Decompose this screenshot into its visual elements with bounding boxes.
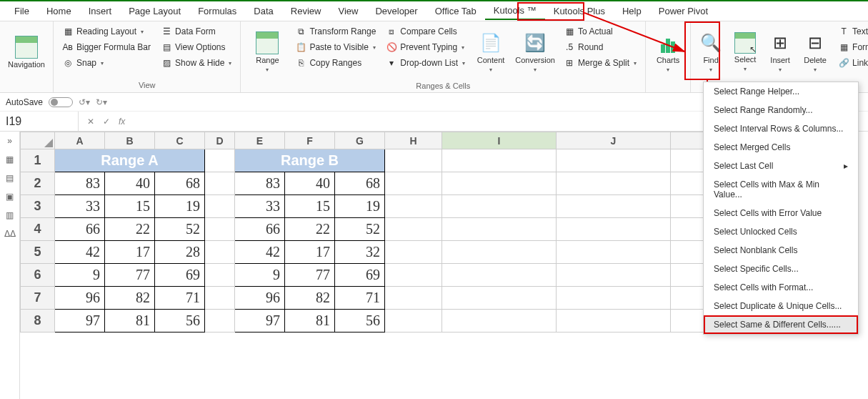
col-header-C[interactable]: C <box>155 132 205 149</box>
cell-J7[interactable] <box>557 287 671 310</box>
tab-power-pivot[interactable]: Power Pivot <box>650 3 717 19</box>
cell-E8[interactable]: 97 <box>235 310 285 332</box>
col-header-F[interactable]: F <box>285 132 335 149</box>
row-header-4[interactable]: 4 <box>21 218 55 241</box>
cell-H7[interactable] <box>385 287 442 310</box>
range-button[interactable]: Range ▾ <box>246 24 288 80</box>
cell-A4[interactable]: 66 <box>55 218 105 241</box>
cell-G3[interactable]: 19 <box>335 195 385 218</box>
cell-H6[interactable] <box>385 264 442 287</box>
menu-item[interactable]: Select Cells with Max & Min Value... <box>704 175 858 204</box>
cell-I1[interactable] <box>442 149 557 172</box>
cell-A6[interactable]: 9 <box>55 264 105 287</box>
undo-button[interactable]: ↺▾ <box>79 97 90 107</box>
dropdown-list-button[interactable]: ▾Drop-down List▾ <box>383 56 468 70</box>
conversion-button[interactable]: 🔄 Conversion ▾ <box>514 24 557 80</box>
cell-H2[interactable] <box>385 172 442 195</box>
row-header-1[interactable]: 1 <box>21 149 55 172</box>
tab-page-layout[interactable]: Page Layout <box>120 3 189 19</box>
tab-help[interactable]: Help <box>614 3 650 19</box>
menu-item[interactable]: Select Unlocked Cells <box>704 222 858 241</box>
cell-A8[interactable]: 97 <box>55 310 105 332</box>
menu-item[interactable]: Select Nonblank Cells <box>704 241 858 260</box>
cell-B4[interactable]: 22 <box>105 218 155 241</box>
cell-G4[interactable]: 52 <box>335 218 385 241</box>
cell-J2[interactable] <box>557 172 671 195</box>
expand-icon[interactable]: » <box>4 136 16 147</box>
snap-button[interactable]: ◎Snap▾ <box>59 56 154 70</box>
cell-F7[interactable]: 82 <box>285 287 335 310</box>
cell-A3[interactable]: 33 <box>55 195 105 218</box>
find-button[interactable]: 🔍 Find ▾ <box>697 24 725 80</box>
show-hide-button[interactable]: ▨Show & Hide▾ <box>158 56 234 70</box>
tab-kutools-[interactable]: Kutools ™ <box>485 2 545 20</box>
col-header-I[interactable]: I <box>442 132 557 149</box>
col-header-H[interactable]: H <box>385 132 442 149</box>
cell-E4[interactable]: 66 <box>235 218 285 241</box>
menu-item[interactable]: Select Range Randomly... <box>704 101 858 119</box>
cell-H8[interactable] <box>385 310 442 332</box>
cell-D1[interactable] <box>205 149 235 172</box>
menu-item[interactable]: Select Same & Different Cells...... <box>704 315 858 334</box>
cell-I7[interactable] <box>442 287 557 310</box>
menu-item[interactable]: Select Specific Cells... <box>704 260 858 278</box>
col-header-B[interactable]: B <box>105 132 155 149</box>
cell-J6[interactable] <box>557 264 671 287</box>
cell-F6[interactable]: 77 <box>285 264 335 287</box>
content-button[interactable]: 📄 Content ▾ <box>472 24 509 80</box>
delete-button[interactable]: ⊟ Delete ▾ <box>799 24 831 80</box>
cell-G7[interactable]: 71 <box>335 287 385 310</box>
col-header-A[interactable]: A <box>55 132 105 149</box>
view-options-button[interactable]: ▤View Options <box>158 40 234 54</box>
cell-E3[interactable]: 33 <box>235 195 285 218</box>
tab-office-tab[interactable]: Office Tab <box>426 3 485 19</box>
cell-F2[interactable]: 40 <box>285 172 335 195</box>
cell-J8[interactable] <box>557 310 671 332</box>
merge-split-button[interactable]: ⊞Merge & Split▾ <box>561 56 639 70</box>
cell-G8[interactable]: 56 <box>335 310 385 332</box>
row-header-3[interactable]: 3 <box>21 195 55 218</box>
cell-F4[interactable]: 22 <box>285 218 335 241</box>
cell-H4[interactable] <box>385 218 442 241</box>
tab-view[interactable]: View <box>329 3 366 19</box>
cell-A5[interactable]: 42 <box>55 241 105 264</box>
row-header-8[interactable]: 8 <box>21 310 55 332</box>
tab-developer[interactable]: Developer <box>366 3 426 19</box>
fx-icon[interactable]: fx <box>119 117 125 127</box>
workbook-icon[interactable]: ▦ <box>4 154 16 166</box>
cell-I4[interactable] <box>442 218 557 241</box>
cell-D7[interactable] <box>205 287 235 310</box>
reading-layout-button[interactable]: ▦Reading Layout▾ <box>59 24 154 39</box>
cell-F8[interactable]: 81 <box>285 310 335 332</box>
cell-C7[interactable]: 71 <box>155 287 205 310</box>
cell-B8[interactable]: 81 <box>105 310 155 332</box>
cell-C4[interactable]: 52 <box>155 218 205 241</box>
autosave-toggle[interactable] <box>49 97 73 107</box>
bigger-formula-button[interactable]: AʙBigger Formula Bar <box>59 40 154 54</box>
spreadsheet-grid[interactable]: ABCDEFGHIJK1Range ARange B28340688340683… <box>20 132 749 332</box>
cell-D4[interactable] <box>205 218 235 241</box>
cell-J5[interactable] <box>557 241 671 264</box>
tab-review[interactable]: Review <box>282 3 330 19</box>
cell-B6[interactable]: 77 <box>105 264 155 287</box>
tab-insert[interactable]: Insert <box>80 3 121 19</box>
navigation-button[interactable]: Navigation <box>6 24 47 80</box>
confirm-formula-icon[interactable]: ✓ <box>103 117 110 127</box>
cell-F5[interactable]: 17 <box>285 241 335 264</box>
name-box[interactable]: I19 <box>0 112 79 132</box>
menu-item[interactable]: Select Range Helper... <box>704 82 858 101</box>
cell-G6[interactable]: 69 <box>335 264 385 287</box>
cell-E5[interactable]: 42 <box>235 241 285 264</box>
transform-range-button[interactable]: ⧉Transform Range <box>292 24 379 39</box>
cell-E2[interactable]: 83 <box>235 172 285 195</box>
cell-C2[interactable]: 68 <box>155 172 205 195</box>
menu-item[interactable]: Select Merged Cells <box>704 138 858 157</box>
row-header-6[interactable]: 6 <box>21 264 55 287</box>
insert-button[interactable]: ⊞ Insert ▾ <box>765 24 795 80</box>
cell-D5[interactable] <box>205 241 235 264</box>
data-form-button[interactable]: ☰Data Form <box>158 24 234 39</box>
column-icon[interactable]: ▥ <box>4 210 16 222</box>
cell-J3[interactable] <box>557 195 671 218</box>
cancel-formula-icon[interactable]: ✕ <box>87 117 94 127</box>
tab-data[interactable]: Data <box>245 3 281 19</box>
